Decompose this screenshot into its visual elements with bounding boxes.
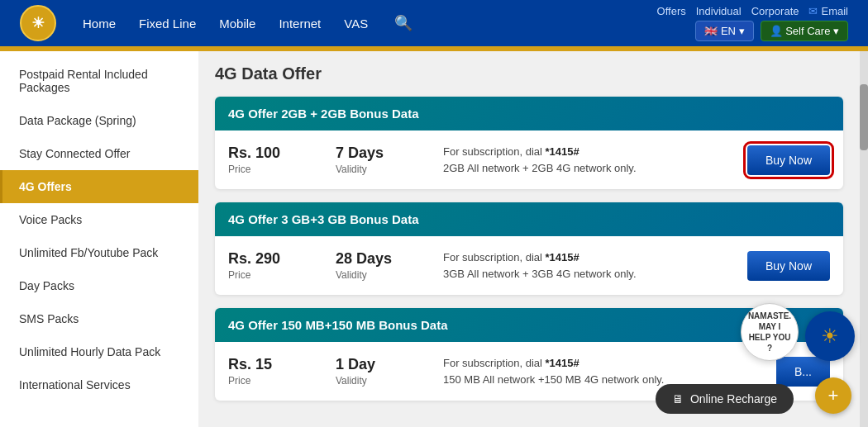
offer-2-body: Rs. 290 Price 28 Days Validity For subsc… bbox=[215, 236, 843, 295]
offer-3-price: Rs. 15 bbox=[228, 356, 319, 373]
offer-2-header: 4G Offer 3 GB+3 GB Bonus Data bbox=[215, 202, 843, 236]
offer-1-price: Rs. 100 bbox=[228, 145, 319, 162]
offer-2-buy-button[interactable]: Buy Now bbox=[747, 251, 830, 281]
individual-link[interactable]: Individual bbox=[696, 5, 742, 17]
scrollbar-track[interactable] bbox=[860, 51, 868, 427]
offer-3-dial-code: *1415# bbox=[546, 357, 579, 369]
page-title: 4G Data Offer bbox=[215, 64, 843, 83]
chatbot-avatar[interactable]: ☀ bbox=[805, 311, 855, 361]
top-utility-links: Offers Individual Corporate ✉ Email bbox=[657, 5, 848, 17]
sidebar-item-day-packs[interactable]: Day Packs bbox=[0, 269, 198, 302]
offer-3-description: For subscription, dial *1415# 150 MB All… bbox=[443, 355, 760, 387]
main-nav: Home Fixed Line Mobile Internet VAS bbox=[83, 13, 368, 34]
main-content: Postpaid Rental Included Packages Data P… bbox=[0, 51, 868, 427]
plus-button[interactable]: + bbox=[815, 377, 851, 414]
offer-2-price-block: Rs. 290 Price bbox=[228, 250, 319, 281]
offer-3-validity-label: Validity bbox=[336, 375, 427, 387]
offer-3-price-label: Price bbox=[228, 375, 319, 387]
offer-card-2: 4G Offer 3 GB+3 GB Bonus Data Rs. 290 Pr… bbox=[215, 202, 843, 295]
sidebar-item-postpaid[interactable]: Postpaid Rental Included Packages bbox=[0, 58, 198, 104]
offer-2-description: For subscription, dial *1415# 3GB All ne… bbox=[443, 249, 731, 282]
sidebar-item-unlimited-hourly[interactable]: Unlimited Hourly Data Pack bbox=[0, 335, 198, 368]
language-button[interactable]: 🇬🇧 EN ▾ bbox=[695, 21, 753, 41]
email-link[interactable]: ✉ Email bbox=[808, 5, 848, 17]
chatbot-speech-bubble: NAMASTE. MAY I HELP YOU ? bbox=[741, 303, 799, 361]
offer-1-body: Rs. 100 Price 7 Days Validity For subscr… bbox=[215, 130, 843, 189]
nav-vas[interactable]: VAS bbox=[344, 13, 368, 34]
offer-3-price-block: Rs. 15 Price bbox=[228, 356, 319, 387]
nav-internet[interactable]: Internet bbox=[279, 13, 321, 34]
offer-2-dial-code: *1415# bbox=[546, 251, 579, 263]
sidebar-item-stay-connected[interactable]: Stay Connected Offer bbox=[0, 137, 198, 170]
nav-home[interactable]: Home bbox=[83, 13, 116, 34]
chatbot-container: NAMASTE. MAY I HELP YOU ? ☀ bbox=[741, 303, 855, 361]
nav-left: ☀ Home Fixed Line Mobile Internet VAS 🔍 bbox=[20, 5, 413, 41]
offer-2-validity: 28 Days bbox=[336, 250, 427, 268]
bottom-controls: 🇬🇧 EN ▾ 👤 Self Care ▾ bbox=[695, 21, 848, 41]
offer-3-validity: 1 Day bbox=[336, 356, 427, 373]
sidebar-item-sms-packs[interactable]: SMS Packs bbox=[0, 302, 198, 335]
recharge-label: Online Recharge bbox=[690, 392, 777, 406]
search-icon[interactable]: 🔍 bbox=[394, 14, 413, 32]
email-icon: ✉ bbox=[808, 5, 818, 17]
selfcare-button[interactable]: 👤 Self Care ▾ bbox=[761, 21, 848, 41]
offer-1-buy-button[interactable]: Buy Now bbox=[747, 145, 830, 175]
offer-2-validity-block: 28 Days Validity bbox=[336, 250, 427, 281]
offer-2-price: Rs. 290 bbox=[228, 250, 319, 268]
sidebar: Postpaid Rental Included Packages Data P… bbox=[0, 51, 198, 427]
online-recharge-bar[interactable]: 🖥 Online Recharge bbox=[656, 384, 794, 414]
sidebar-item-4g-offers[interactable]: 4G Offers bbox=[0, 170, 198, 203]
corporate-link[interactable]: Corporate bbox=[751, 5, 799, 17]
offer-3-desc-detail: 150 MB All network +150 MB 4G network on… bbox=[443, 373, 664, 386]
offer-2-validity-label: Validity bbox=[336, 269, 427, 281]
offer-1-price-label: Price bbox=[228, 164, 319, 175]
nav-right: Offers Individual Corporate ✉ Email 🇬🇧 E… bbox=[657, 5, 848, 41]
offers-link[interactable]: Offers bbox=[657, 5, 686, 17]
offer-1-validity: 7 Days bbox=[336, 145, 427, 162]
offer-1-desc-detail: 2GB All network + 2GB 4G network only. bbox=[443, 162, 637, 174]
sidebar-item-voice-packs[interactable]: Voice Packs bbox=[0, 203, 198, 236]
nav-fixed-line[interactable]: Fixed Line bbox=[139, 13, 196, 34]
offer-1-validity-block: 7 Days Validity bbox=[336, 145, 427, 175]
offer-1-dial-code: *1415# bbox=[546, 145, 579, 158]
top-navbar: ☀ Home Fixed Line Mobile Internet VAS 🔍 … bbox=[0, 0, 868, 46]
right-panel: 4G Data Offer 4G Offer 2GB + 2GB Bonus D… bbox=[198, 51, 860, 427]
sidebar-item-international[interactable]: International Services bbox=[0, 368, 198, 401]
sidebar-item-unlimited-fb[interactable]: Unlimited Fb/Youtube Pack bbox=[0, 236, 198, 269]
scrollbar-thumb[interactable] bbox=[860, 84, 868, 150]
offer-3-validity-block: 1 Day Validity bbox=[336, 356, 427, 387]
offer-card-1: 4G Offer 2GB + 2GB Bonus Data Rs. 100 Pr… bbox=[215, 97, 843, 189]
sidebar-item-data-package[interactable]: Data Package (Spring) bbox=[0, 104, 198, 137]
recharge-icon: 🖥 bbox=[672, 392, 684, 406]
logo: ☀ bbox=[20, 5, 56, 41]
offer-2-price-label: Price bbox=[228, 269, 319, 281]
offer-2-desc-detail: 3GB All network + 3GB 4G network only. bbox=[443, 268, 637, 280]
offer-1-header: 4G Offer 2GB + 2GB Bonus Data bbox=[215, 97, 843, 130]
offer-1-price-block: Rs. 100 Price bbox=[228, 145, 319, 175]
offer-1-description: For subscription, dial *1415# 2GB All ne… bbox=[443, 144, 731, 176]
offer-1-validity-label: Validity bbox=[336, 164, 427, 175]
nav-mobile[interactable]: Mobile bbox=[219, 13, 255, 34]
